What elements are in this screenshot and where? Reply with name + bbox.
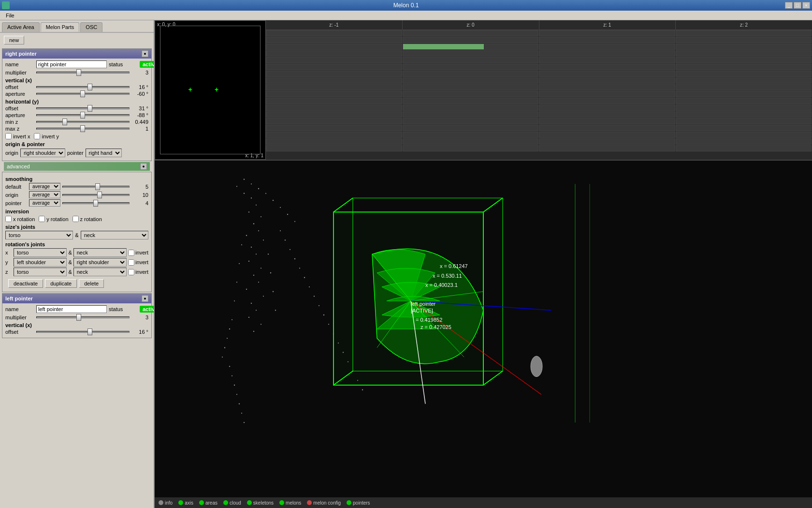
multiplier-track[interactable] [36, 72, 130, 74]
osc-cell-9-3 [676, 91, 812, 97]
smoothing-origin-select[interactable]: average [29, 191, 60, 198]
vx-offset-thumb[interactable] [87, 84, 92, 90]
smoothing-pointer-select[interactable]: average [29, 199, 60, 207]
maxz-label: max z [5, 126, 34, 132]
invert-x-checkbox[interactable] [5, 133, 12, 139]
rotation-y-left[interactable]: left shoulder [14, 258, 67, 267]
svg-point-28 [275, 310, 276, 311]
tab-melon-parts[interactable]: Melon Parts [41, 22, 80, 32]
rotation-y-invert-label[interactable]: invert [128, 259, 148, 266]
advanced-close[interactable]: ● [140, 163, 147, 170]
rotation-z-invert-label[interactable]: invert [128, 269, 148, 275]
horizontal-y-title: horizontal (y) [5, 99, 148, 105]
restore-button[interactable]: □ [794, 2, 801, 9]
rotation-z-label: z [5, 269, 12, 275]
smoothing-default-select[interactable]: average [29, 183, 60, 190]
maxz-thumb[interactable] [80, 125, 85, 132]
pointer-label: pointer [67, 150, 84, 156]
invert-y-label[interactable]: invert y [34, 133, 58, 139]
menubar: File [0, 11, 812, 20]
new-button[interactable]: new [4, 36, 24, 45]
osc-cell-8-0 [266, 84, 402, 90]
invert-x-label[interactable]: invert x [5, 133, 30, 139]
advanced-title: advanced [7, 164, 30, 169]
multiplier-thumb[interactable] [76, 69, 81, 76]
y-rotation-checkbox[interactable] [39, 216, 45, 222]
osc-cell-7-3 [676, 77, 812, 84]
rotation-y-right[interactable]: right shoulder [73, 258, 127, 267]
smoothing-default-thumb[interactable] [95, 183, 100, 190]
rotation-z-left[interactable]: torso [14, 268, 67, 276]
lp-vx-offset-track[interactable] [36, 331, 130, 333]
lp-multiplier-thumb[interactable] [76, 314, 81, 321]
x-rotation-checkbox[interactable] [5, 216, 12, 222]
rotation-x-invert-label[interactable]: invert [128, 250, 148, 256]
minz-thumb[interactable] [62, 119, 67, 125]
rotation-z-invert-checkbox[interactable] [128, 269, 134, 275]
maxz-track[interactable] [36, 128, 130, 130]
smoothing-pointer-label: pointer [5, 200, 27, 206]
hy-aperture-thumb[interactable] [80, 112, 85, 119]
z-rotation-label[interactable]: z rotation [72, 216, 102, 222]
smoothing-origin-track[interactable] [62, 194, 130, 196]
hy-offset-row: offset 31 ° [5, 105, 148, 111]
status-label-skeletons: skeletons [253, 500, 274, 506]
titlebar-controls[interactable]: _ □ × [785, 2, 810, 9]
name-input[interactable] [36, 60, 107, 68]
smoothing-pointer-thumb[interactable] [93, 200, 98, 207]
rotation-y-invert-checkbox[interactable] [128, 259, 134, 266]
rotation-x-invert-checkbox[interactable] [128, 250, 134, 256]
vx-offset-track[interactable] [36, 86, 130, 88]
tab-active-area[interactable]: Active Area [2, 22, 40, 32]
status-item-0: info [159, 500, 173, 506]
tab-osc[interactable]: OSC [80, 22, 102, 32]
right-pointer-title: right pointer [5, 51, 37, 57]
osc-cell-9-1 [403, 91, 539, 97]
rotation-x-right[interactable]: neck [73, 248, 127, 257]
lp-vx-offset-thumb[interactable] [87, 329, 92, 335]
minz-track[interactable] [36, 121, 130, 123]
svg-point-26 [273, 291, 274, 292]
osc-cell-17-0 [266, 145, 402, 151]
file-menu[interactable]: File [2, 12, 18, 19]
svg-point-20 [253, 331, 254, 332]
vertical-x-title: vertical (x) [5, 77, 148, 83]
rotation-z-right[interactable]: neck [73, 268, 127, 276]
hy-aperture-track[interactable] [36, 114, 130, 116]
z-rotation-checkbox[interactable] [72, 216, 79, 222]
smoothing-default-track[interactable] [62, 186, 130, 188]
size-joints-right[interactable]: neck [81, 231, 148, 239]
multiplier-value: 3 [131, 70, 148, 75]
invert-y-checkbox[interactable] [34, 133, 40, 139]
lp-vx-offset-row: offset 16 ° [5, 329, 148, 335]
close-button[interactable]: × [802, 2, 810, 9]
smoothing-pointer-track[interactable] [62, 202, 130, 204]
x-rotation-label[interactable]: x rotation [5, 216, 35, 222]
minimize-button[interactable]: _ [785, 2, 793, 9]
osc-cell-0-2 [539, 30, 675, 36]
duplicate-button[interactable]: duplicate [45, 279, 77, 288]
deactivate-button[interactable]: deactivate [8, 279, 43, 288]
lp-multiplier-track[interactable] [36, 316, 130, 318]
status-dot-melons [279, 500, 284, 505]
svg-point-36 [234, 385, 235, 386]
delete-button[interactable]: delete [79, 279, 104, 288]
smoothing-origin-value: 10 [131, 192, 148, 198]
svg-point-7 [263, 239, 264, 240]
vx-aperture-track[interactable] [36, 93, 130, 95]
svg-line-74 [483, 371, 503, 385]
osc-cell-3-3 [676, 50, 812, 57]
vx-aperture-thumb[interactable] [80, 90, 85, 97]
hy-offset-thumb[interactable] [87, 105, 92, 112]
origin-select[interactable]: right shoulder [20, 149, 65, 157]
pointer-select[interactable]: right hand [86, 149, 122, 157]
rotation-x-left[interactable]: torso [14, 248, 67, 257]
hy-offset-track[interactable] [36, 107, 130, 109]
osc-cell-0-1 [403, 30, 539, 36]
y-rotation-label[interactable]: y rotation [39, 216, 68, 222]
lp-name-input[interactable] [36, 305, 107, 313]
smoothing-origin-thumb[interactable] [97, 192, 102, 198]
left-pointer-close[interactable]: ● [142, 295, 148, 302]
size-joints-left[interactable]: torso [5, 231, 73, 239]
right-pointer-close[interactable]: ● [142, 50, 148, 57]
